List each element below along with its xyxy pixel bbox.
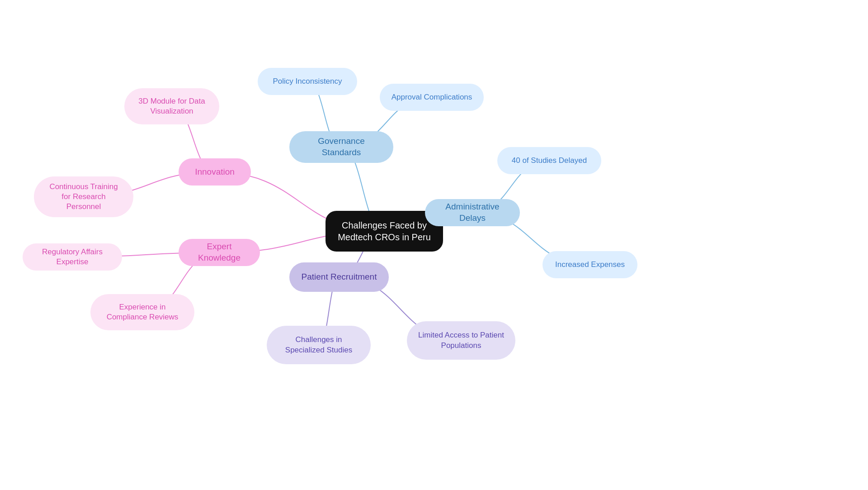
node-expertKnowledge: Expert Knowledge [179,239,260,266]
node-module3d: 3D Module for Data Visualization [124,88,219,124]
node-increasedExpenses: Increased Expenses [542,251,637,278]
mindmap-container: Challenges Faced by Medtech CROs in Peru… [0,0,868,490]
node-innovation: Innovation [179,158,251,186]
node-continuousTraining: Continuous Training for Research Personn… [34,176,133,217]
node-challengesSpecialized: Challenges in Specialized Studies [267,326,371,364]
node-studiesDelayed: 40 of Studies Delayed [497,147,601,174]
node-governanceStandards: Governance Standards [289,131,393,163]
node-patientRecruitment: Patient Recruitment [289,262,389,292]
node-administrativeDelays: Administrative Delays [425,199,520,226]
node-approvalComplications: Approval Complications [380,84,484,111]
node-limitedAccess: Limited Access to Patient Populations [407,321,515,360]
node-complianceReviews: Experience in Compliance Reviews [90,294,194,330]
node-regulatoryAffairs: Regulatory Affairs Expertise [23,243,122,271]
node-policyInconsistency: Policy Inconsistency [258,68,357,95]
